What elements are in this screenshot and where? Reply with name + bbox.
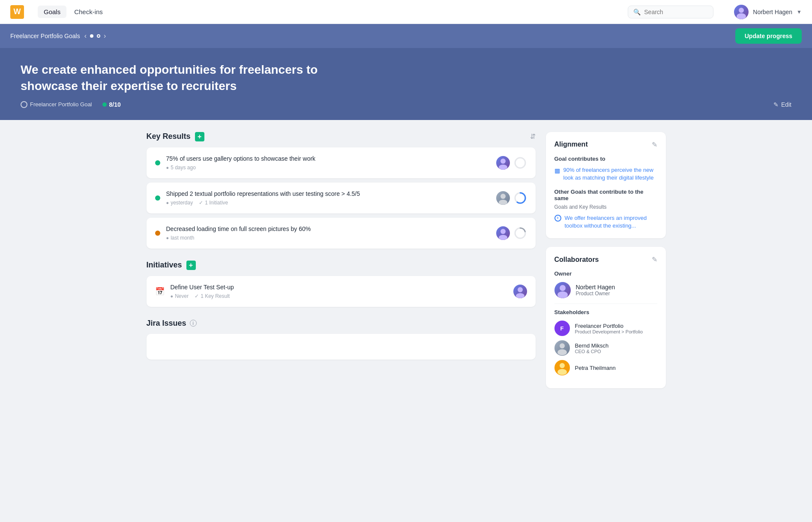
stakeholder-name: Bernd Miksch (575, 342, 609, 349)
clock-icon: ● (166, 165, 169, 170)
kr-time: ● yesterday (166, 200, 193, 206)
stakeholders-label: Stakeholders (554, 309, 657, 315)
breadcrumb: Freelancer Portfolio Goals (10, 33, 80, 39)
svg-point-21 (557, 369, 567, 375)
kr-progress-circle (513, 191, 527, 205)
other-goals-label: Other Goals that contribute to the same (554, 189, 657, 201)
key-results-title: Key Results (147, 132, 191, 141)
app-logo: W (10, 5, 24, 19)
breadcrumb-area: Freelancer Portfolio Goals ‹ › (10, 32, 106, 40)
kr-actions (496, 226, 527, 240)
clock-icon: ● (166, 235, 169, 240)
other-goals-sub: Goals and Key Results (554, 204, 657, 210)
right-column: Alignment ✎ Goal contributes to ▩ 90% of… (546, 132, 666, 397)
top-navigation: W Goals Check-ins 🔍 Norbert Hagen ▼ (0, 0, 812, 24)
stakeholder-avatar: F (554, 321, 570, 336)
other-goal-link[interactable]: We offer freelancers an improved toolbox… (554, 214, 657, 230)
avatar-image (734, 5, 749, 19)
kr-avatar (496, 191, 510, 205)
clock-icon: ● (166, 200, 169, 205)
kr-title: Decreased loading time on full screen pi… (166, 225, 490, 232)
jira-title-row: Jira Issues i (147, 319, 536, 328)
score-value: 8/10 (109, 101, 121, 108)
kr-progress-circle (513, 226, 527, 240)
hero-tag-label: Freelancer Portfolio Goal (30, 101, 92, 108)
init-kr: ✓ 1 Key Result (195, 293, 230, 299)
sort-icon[interactable]: ⇵ (530, 132, 536, 141)
hero-edit-button[interactable]: ✎ Edit (773, 101, 791, 108)
nav-links: Goals Check-ins (38, 6, 109, 18)
key-results-header: Key Results + ⇵ (147, 132, 536, 141)
sub-header: Freelancer Portfolio Goals ‹ › Update pr… (0, 24, 812, 48)
user-name: Norbert Hagen (753, 9, 792, 15)
stakeholder-row: Bernd Miksch CEO & CPO (554, 340, 657, 356)
kr-content: 75% of users use gallery options to show… (166, 155, 490, 171)
initiatives-section: Initiatives + 📅 Define User Test Set-up … (147, 261, 536, 307)
main-layout: Key Results + ⇵ 75% of users use gallery… (136, 120, 676, 409)
svg-point-10 (500, 229, 506, 234)
jira-section: Jira Issues i (147, 319, 536, 360)
jira-title: Jira Issues (147, 319, 186, 328)
stakeholder-info: Bernd Miksch CEO & CPO (575, 342, 609, 354)
other-goal-link-text: We offer freelancers an improved toolbox… (565, 214, 657, 230)
kr-time: ● 5 days ago (166, 165, 196, 171)
nav-goals[interactable]: Goals (38, 6, 66, 18)
clock-icon: ● (171, 294, 174, 299)
svg-point-16 (560, 285, 566, 291)
svg-point-7 (499, 200, 507, 205)
info-icon: i (190, 320, 197, 327)
stakeholder-row: F Freelancer Portfolio Product Developme… (554, 321, 657, 336)
svg-point-2 (500, 159, 506, 164)
kr-title: Shipped 2 textual portfolio representati… (166, 190, 490, 197)
kr-progress-circle (513, 156, 527, 170)
key-result-card: Shipped 2 textual portfolio representati… (147, 183, 536, 213)
bar-chart-icon: ▩ (554, 167, 560, 175)
collaborators-panel-header: Collaborators ✎ (554, 255, 657, 264)
stakeholder-avatar (554, 360, 570, 375)
prev-arrow[interactable]: ‹ (84, 32, 87, 40)
kr-meta: ● last month (166, 235, 490, 241)
kr-initiative: ✓ 1 Initiative (199, 200, 228, 206)
svg-point-15 (516, 293, 524, 298)
owner-role: Product Owner (576, 291, 615, 297)
kr-status-dot (155, 195, 160, 201)
add-key-result-button[interactable]: + (195, 132, 204, 141)
initiative-meta: ● Never ✓ 1 Key Result (171, 293, 507, 299)
stakeholder-role: Product Development > Portfolio (575, 329, 643, 334)
svg-point-3 (499, 165, 507, 170)
alignment-edit-icon[interactable]: ✎ (652, 141, 657, 149)
collaborators-edit-icon[interactable]: ✎ (652, 255, 657, 264)
dot-active (90, 34, 93, 38)
nav-checkins[interactable]: Check-ins (68, 6, 109, 18)
update-progress-button[interactable]: Update progress (735, 28, 802, 44)
stakeholder-row: Petra Theilmann (554, 360, 657, 375)
add-initiative-button[interactable]: + (186, 261, 196, 270)
check-icon: ✓ (195, 293, 199, 299)
stakeholder-role: CEO & CPO (575, 349, 609, 354)
edit-icon: ✎ (773, 101, 779, 108)
calendar-icon: 📅 (155, 287, 165, 296)
search-bar[interactable]: 🔍 (628, 6, 713, 18)
goal-circle-icon (554, 215, 561, 222)
next-arrow[interactable]: › (104, 32, 106, 40)
dot-inactive (97, 34, 100, 38)
kr-content: Decreased loading time on full screen pi… (166, 225, 490, 241)
kr-time-label: 5 days ago (171, 165, 196, 171)
svg-point-6 (500, 194, 506, 199)
user-profile[interactable]: Norbert Hagen ▼ (734, 5, 802, 19)
svg-point-19 (557, 349, 567, 355)
initiatives-header: Initiatives + (147, 261, 536, 270)
search-input[interactable] (644, 9, 708, 15)
hero-score: 8/10 (102, 101, 121, 108)
kr-avatar (496, 226, 510, 240)
init-time: ● Never (171, 293, 189, 299)
stakeholder-avatar (554, 340, 570, 356)
svg-point-11 (499, 235, 507, 240)
key-results-section: Key Results + ⇵ 75% of users use gallery… (147, 132, 536, 249)
init-time-label: Never (175, 293, 189, 299)
svg-point-20 (560, 363, 565, 368)
avatar (734, 5, 749, 19)
check-icon: ✓ (199, 200, 203, 206)
contributes-link[interactable]: ▩ 90% of freelancers perceive the new lo… (554, 166, 657, 182)
nav-dots: ‹ › (84, 32, 106, 40)
